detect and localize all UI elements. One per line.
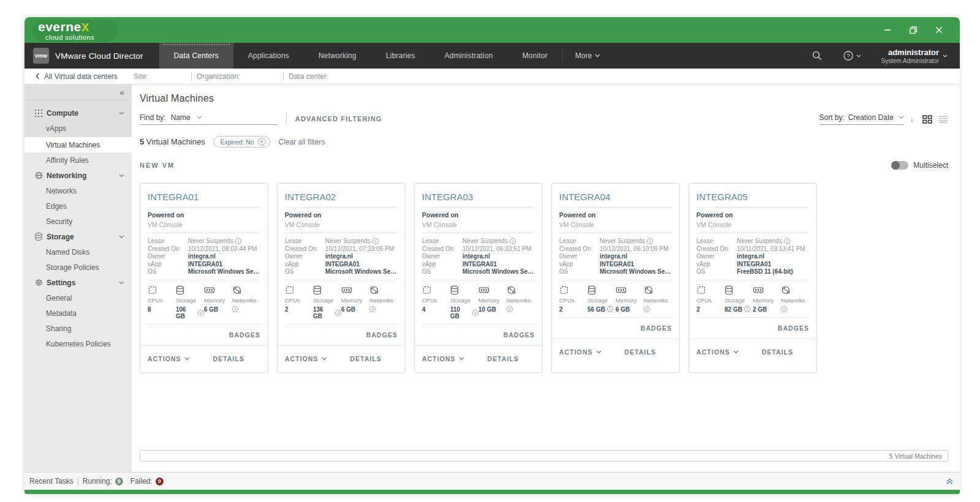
- sidebar-section-storage[interactable]: Storage: [24, 229, 132, 244]
- sidebar-item-sharing[interactable]: Sharing: [24, 321, 132, 336]
- tab-administration[interactable]: Administration: [430, 43, 508, 69]
- details-button[interactable]: DETAILS: [762, 348, 794, 356]
- cpus-value: 2: [696, 306, 725, 313]
- info-icon[interactable]: i: [235, 238, 241, 244]
- tab-monitor[interactable]: Monitor: [508, 43, 562, 69]
- multiselect-toggle[interactable]: [891, 161, 908, 170]
- recent-tasks-label[interactable]: Recent Tasks: [29, 477, 74, 485]
- sidebar-section-compute[interactable]: Compute: [24, 105, 132, 121]
- sort-by-select[interactable]: Sort by: Creation Date: [820, 113, 904, 125]
- sidebar-item-kubernetes-policies[interactable]: Kubernetes Policies: [24, 336, 132, 351]
- cpu-icon: [285, 285, 295, 295]
- info-icon[interactable]: i: [607, 306, 613, 312]
- vm-console-link[interactable]: VM Console: [559, 221, 672, 233]
- close-icon[interactable]: [934, 25, 944, 35]
- tab-applications[interactable]: Applications: [233, 43, 304, 69]
- expand-tasks-icon[interactable]: [946, 478, 954, 485]
- badges-link[interactable]: BADGES: [778, 324, 809, 332]
- sidebar-item-networks[interactable]: Networks: [24, 183, 132, 198]
- vm-name-link[interactable]: INTEGRA04: [559, 187, 672, 208]
- sidebar-item-metadata[interactable]: Metadata: [24, 305, 132, 321]
- minimize-icon[interactable]: [883, 25, 892, 35]
- stat-storage: Storage 82 GB i: [725, 285, 753, 313]
- advanced-filtering-link[interactable]: ADVANCED FILTERING: [295, 115, 382, 125]
- tab-data-centers[interactable]: Data Centers: [159, 43, 233, 69]
- created-on-value: 10/12/2021, 06:10:09 PM: [600, 245, 668, 253]
- badges-link[interactable]: BADGES: [503, 331, 535, 339]
- vm-name-link[interactable]: INTEGRA03: [422, 187, 535, 208]
- details-button[interactable]: DETAILS: [213, 355, 245, 362]
- search-button[interactable]: [802, 43, 832, 69]
- actions-button[interactable]: ACTIONS: [559, 348, 601, 356]
- filter-chip-expired[interactable]: Expired: No ✕: [214, 136, 270, 148]
- sidebar-item-general[interactable]: General: [24, 290, 132, 305]
- info-icon[interactable]: i: [472, 310, 478, 316]
- back-link[interactable]: All Virtual data centers: [36, 72, 118, 81]
- chevron-down-icon: [119, 174, 124, 178]
- memory-icon: [478, 285, 489, 295]
- badges-link[interactable]: BADGES: [641, 324, 672, 332]
- vapp-label: vApp: [696, 261, 737, 269]
- sidebar-item-edges[interactable]: Edges: [24, 198, 132, 214]
- vm-card-footer: ACTIONS DETAILS: [277, 345, 405, 372]
- vm-console-link[interactable]: VM Console: [696, 221, 809, 233]
- sidebar-item-security[interactable]: Security: [24, 214, 132, 229]
- list-view-icon[interactable]: [938, 115, 948, 123]
- remove-filter-icon[interactable]: ✕: [258, 138, 266, 146]
- info-icon[interactable]: i: [744, 306, 750, 312]
- info-icon[interactable]: i: [372, 238, 379, 244]
- grid-view-icon[interactable]: [922, 115, 932, 124]
- sidebar-item-affinity-rules[interactable]: Affinity Rules: [24, 152, 132, 168]
- info-icon[interactable]: i: [507, 306, 513, 312]
- sidebar-section-settings[interactable]: Settings: [24, 275, 132, 290]
- sidebar-item-vapps[interactable]: vApps: [24, 121, 132, 136]
- info-icon[interactable]: i: [335, 310, 341, 316]
- actions-button[interactable]: ACTIONS: [148, 355, 190, 362]
- info-icon[interactable]: i: [369, 306, 375, 312]
- tab-networking[interactable]: Networking: [304, 43, 371, 69]
- info-icon[interactable]: i: [510, 238, 516, 244]
- vm-name-link[interactable]: INTEGRA05: [696, 187, 809, 208]
- vm-name-link[interactable]: INTEGRA01: [148, 187, 260, 208]
- details-button[interactable]: DETAILS: [625, 348, 657, 356]
- info-icon[interactable]: i: [781, 306, 787, 312]
- sort-direction-icon[interactable]: ↓: [910, 114, 914, 124]
- vm-console-link[interactable]: VM Console: [148, 221, 260, 233]
- more-menu[interactable]: More: [563, 43, 612, 69]
- badges-link[interactable]: BADGES: [366, 331, 398, 339]
- storage-disks-icon: [725, 285, 733, 295]
- storage-value: 106 GB: [176, 306, 196, 320]
- sidebar-section-networking[interactable]: Networking: [24, 168, 132, 183]
- vm-console-link[interactable]: VM Console: [285, 221, 398, 233]
- details-button[interactable]: DETAILS: [350, 355, 382, 362]
- tab-libraries[interactable]: Libraries: [371, 43, 430, 69]
- vapp-value: INTEGRA01: [325, 261, 360, 269]
- info-icon[interactable]: i: [644, 306, 650, 312]
- restore-icon[interactable]: [908, 25, 918, 35]
- help-menu[interactable]: ?: [833, 43, 871, 69]
- new-vm-button[interactable]: NEW VM: [140, 162, 175, 169]
- info-icon[interactable]: i: [784, 238, 790, 244]
- actions-button[interactable]: ACTIONS: [696, 348, 739, 356]
- storage-disks-icon: [450, 285, 459, 295]
- vm-name-link[interactable]: INTEGRA02: [285, 187, 398, 208]
- clear-all-filters-link[interactable]: Clear all filters: [279, 138, 325, 146]
- info-icon[interactable]: i: [232, 306, 238, 312]
- info-icon[interactable]: i: [198, 310, 204, 316]
- cpu-icon: [148, 285, 157, 295]
- sidebar-collapse-icon[interactable]: «: [119, 88, 124, 97]
- details-button[interactable]: DETAILS: [488, 355, 519, 362]
- sidebar-item-virtual-machines[interactable]: Virtual Machines: [24, 137, 132, 152]
- vm-console-link[interactable]: VM Console: [422, 221, 535, 233]
- vm-fields: Lease Never Suspends i Created On 10/12/…: [422, 233, 535, 280]
- user-menu[interactable]: administrator System Administrator: [872, 48, 954, 64]
- actions-button[interactable]: ACTIONS: [422, 355, 464, 362]
- sidebar-item-named-disks[interactable]: Named Disks: [24, 244, 132, 260]
- badges-link[interactable]: BADGES: [229, 331, 260, 339]
- find-by-input[interactable]: Find by: Name: [140, 113, 277, 125]
- sidebar-item-storage-policies[interactable]: Storage Policies: [24, 260, 132, 275]
- actions-button[interactable]: ACTIONS: [285, 355, 327, 362]
- info-icon[interactable]: i: [647, 238, 653, 244]
- storage-label: Storage: [313, 297, 341, 304]
- lease-label: Lease: [148, 238, 188, 245]
